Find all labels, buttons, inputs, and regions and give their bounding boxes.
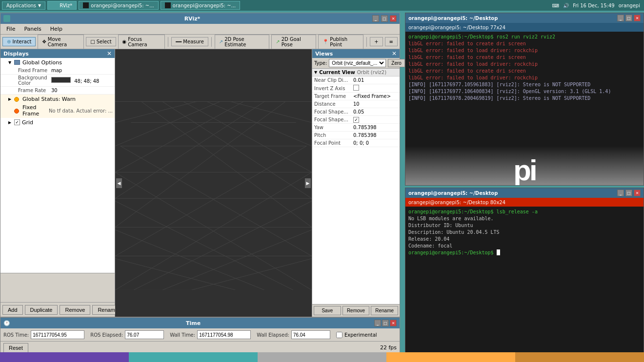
- near-clip-name: Near Clip Di...: [314, 77, 353, 83]
- window-controls: _ □ ✕: [372, 15, 397, 22]
- frame-rate-value[interactable]: 30: [51, 88, 113, 93]
- t1-line-7: [INFO] [1671176977.105961883] [rviz2]: S…: [408, 81, 641, 88]
- current-view-arrow: ▼: [314, 70, 317, 75]
- focal-shape-size-name: Focal Shape...: [314, 109, 353, 114]
- term1-close[interactable]: ✕: [634, 15, 641, 21]
- taskbar-applications[interactable]: Applications ▼: [2, 1, 45, 10]
- type-label: Type:: [314, 60, 327, 66]
- pitch-name: Pitch: [314, 133, 353, 138]
- toolbar-options[interactable]: ≡: [385, 37, 398, 46]
- t1-line-2: libGL error: failed to load driver: rock…: [408, 47, 641, 54]
- views-save-button[interactable]: Save: [314, 306, 341, 315]
- toolbar-add[interactable]: +: [370, 37, 382, 46]
- near-clip-value[interactable]: 0.01: [353, 77, 398, 83]
- time-minimize[interactable]: _: [374, 320, 381, 326]
- minimize-button[interactable]: _: [372, 15, 379, 22]
- fixed-frame-error-value: No tf data. Actual error: ...: [49, 108, 113, 114]
- prop-fixed-frame: Fixed Frame map: [0, 67, 115, 75]
- view-type-select[interactable]: Orbit (rviz_default_...: [329, 59, 386, 67]
- term1-maximize[interactable]: □: [625, 15, 632, 21]
- ros-elapsed-input[interactable]: 76.07: [125, 330, 164, 339]
- rviz-titlebar: RViz* _ □ ✕: [0, 13, 400, 24]
- tree-item-fixed-frame-error[interactable]: Fixed Frame No tf data. Actual error: ..…: [0, 103, 115, 118]
- focal-point-value[interactable]: 0; 0; 0: [353, 140, 398, 146]
- user-label: orangepi: [619, 3, 640, 8]
- views-bottom-buttons: Save Remove Rename: [312, 304, 400, 317]
- toolbar-measure[interactable]: ━━ Measure: [171, 37, 208, 46]
- options-icon: ≡: [389, 39, 393, 44]
- term2-close[interactable]: ✕: [634, 190, 641, 196]
- zero-button[interactable]: Zero: [388, 59, 405, 67]
- terminal1-tab[interactable]: orangepi@orangepi5: ~/Desktop 77x24: [405, 23, 644, 32]
- time-close[interactable]: ✕: [390, 320, 397, 326]
- taskbar-term1[interactable]: orangepi@orangepi5: ~...: [79, 1, 158, 10]
- close-button[interactable]: ✕: [390, 15, 397, 22]
- pitch-value[interactable]: 0.785398: [353, 133, 398, 138]
- toolbar-publish-point[interactable]: 📍 Publish Point: [318, 35, 363, 49]
- focal-shape-checkbox[interactable]: ✓: [353, 117, 359, 123]
- wall-elapsed-input[interactable]: 76.04: [291, 330, 330, 339]
- maximize-button[interactable]: □: [381, 15, 388, 22]
- taskbar-rviz[interactable]: RViz*: [47, 1, 77, 10]
- views-toolbar: Type: Orbit (rviz_default_... Zero: [312, 58, 400, 69]
- experimental-field: Experimental: [336, 332, 377, 338]
- remove-button[interactable]: Remove: [60, 305, 90, 315]
- time-float[interactable]: □: [382, 320, 389, 326]
- color-swatch: [51, 77, 71, 83]
- term2-maximize[interactable]: □: [625, 190, 632, 196]
- terminal1-body[interactable]: orangepi@orangepi5:~/Desktop$ ros2 run r…: [405, 32, 644, 146]
- current-view-section[interactable]: ▼ Current View Orbit (rviz2): [312, 69, 400, 76]
- rviz-window-icon: [3, 15, 10, 22]
- ros-time-label: ROS Time:: [3, 332, 29, 338]
- view-prop-pitch: Pitch 0.785398: [312, 132, 400, 139]
- viewport-nav-right[interactable]: ▶: [305, 178, 311, 188]
- yaw-value[interactable]: 0.785398: [353, 125, 398, 130]
- time-content: ROS Time: 1671177054.95 ROS Elapsed: 76.…: [0, 328, 400, 341]
- duplicate-button[interactable]: Duplicate: [25, 305, 58, 315]
- t1-line-3: libGL error: failed to create dri screen: [408, 54, 641, 61]
- target-frame-value[interactable]: <Fixed Frame>: [353, 94, 398, 99]
- add-button[interactable]: Add: [2, 305, 23, 315]
- taskbar-left: Applications ▼ RViz* orangepi@orangepi5:…: [0, 1, 240, 10]
- viewport-nav-left[interactable]: ◀: [116, 178, 122, 188]
- focal-shape-size-value[interactable]: 0.05: [353, 109, 398, 114]
- reset-button[interactable]: Reset: [3, 343, 28, 353]
- toolbar-focus-camera[interactable]: ◉ Focus Camera: [118, 35, 165, 49]
- menu-panels[interactable]: Panels: [20, 25, 45, 33]
- fixed-frame-prop-value[interactable]: map: [51, 68, 113, 73]
- toolbar-select[interactable]: □ Select: [86, 37, 116, 46]
- tree-item-grid[interactable]: ▶ ✓ Grid: [0, 118, 115, 127]
- viewport[interactable]: ◀ ▶: [115, 49, 312, 317]
- term1-minimize[interactable]: _: [617, 15, 624, 21]
- invert-z-checkbox[interactable]: [353, 85, 359, 91]
- publish-point-label: Publish Point: [330, 37, 359, 47]
- terminal2-body[interactable]: orangepi@orangepi5:~/Desktop$ lsb_releas…: [405, 207, 644, 353]
- taskbar-term2[interactable]: orangepi@orangepi5: ~...: [161, 1, 240, 10]
- distance-value[interactable]: 10: [353, 101, 398, 107]
- terminal1-tab-label: orangepi@orangepi5: ~/Desktop 77x24: [408, 25, 505, 30]
- tree-item-global-status[interactable]: ▶ Global Status: Warn: [0, 95, 115, 103]
- toolbar-interact[interactable]: ⊕ Interact: [2, 37, 36, 46]
- tree-item-global-options[interactable]: ▼ Global Options: [0, 58, 115, 67]
- focal-shape-enabled-name: Focal Shape...: [314, 117, 353, 122]
- bg-color-swatch[interactable]: 48; 48; 48: [51, 77, 99, 84]
- menu-file[interactable]: File: [2, 25, 19, 33]
- wall-time-input[interactable]: 1671177054.98: [197, 330, 251, 339]
- terminal2-red-header[interactable]: orangepi@orangepi5: ~/Desktop 80x24: [405, 198, 644, 207]
- distance-name: Distance: [314, 101, 353, 107]
- experimental-checkbox[interactable]: [336, 332, 342, 338]
- ros-time-input[interactable]: 1671177054.95: [31, 330, 84, 339]
- toolbar-pose-estimate[interactable]: ↗ 2D Pose Estimate: [215, 35, 269, 49]
- views-close[interactable]: ✕: [392, 50, 397, 57]
- t1-line-8: [INFO] [1671176977.106400834] [rviz2]: O…: [408, 88, 641, 95]
- views-remove-button[interactable]: Remove: [342, 306, 370, 315]
- toolbar-move-camera[interactable]: ✥ Move Camera: [38, 35, 84, 49]
- displays-panel: Displays ✕ ▼ Global Options Fixed Frame …: [0, 49, 115, 317]
- term2-minimize[interactable]: _: [617, 190, 624, 196]
- grid-checkbox[interactable]: ✓: [14, 119, 20, 125]
- displays-close[interactable]: ✕: [107, 50, 112, 57]
- keyboard-icon: ⌨: [552, 3, 559, 8]
- menu-help[interactable]: Help: [46, 25, 66, 33]
- views-rename-button[interactable]: Rename: [371, 306, 398, 315]
- toolbar-goal-pose[interactable]: ↗ 2D Goal Pose: [271, 35, 316, 49]
